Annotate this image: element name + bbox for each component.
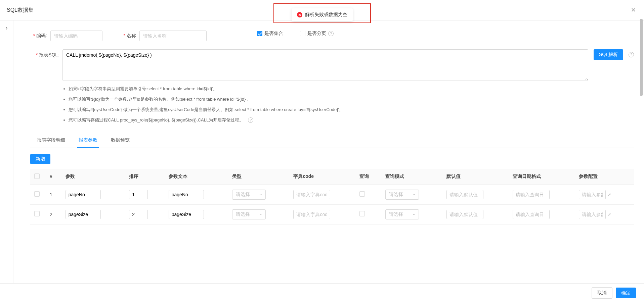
text-input[interactable]: [169, 210, 204, 219]
col-sort: 排序: [125, 169, 165, 185]
param-input[interactable]: [66, 190, 101, 199]
row-checkbox[interactable]: [34, 191, 40, 197]
sql-textarea[interactable]: CALL jmdemo( ${pageNo}, ${pageSize} ): [62, 49, 588, 81]
expand-icon[interactable]: ⤢: [608, 192, 611, 197]
row-index: 2: [46, 204, 61, 224]
help-icon[interactable]: ?: [248, 117, 253, 123]
add-button[interactable]: 新增: [30, 154, 50, 164]
cfg-input[interactable]: [579, 190, 606, 199]
table-row: 1 请选择 请选择 ⤢: [30, 185, 634, 204]
error-icon: [297, 12, 302, 17]
checkbox-checked-icon: [257, 31, 262, 36]
row-checkbox[interactable]: [34, 211, 40, 216]
ok-button[interactable]: 确定: [616, 288, 636, 298]
tab-preview[interactable]: 数据预览: [110, 133, 131, 148]
select-all-checkbox[interactable]: [34, 173, 40, 179]
col-default: 默认值: [442, 169, 509, 185]
sql-label: 报表SQL:: [30, 49, 59, 58]
name-input[interactable]: [139, 31, 207, 41]
default-input[interactable]: [446, 210, 483, 219]
checkbox-icon: [300, 31, 305, 36]
query-mode-select[interactable]: 请选择: [385, 190, 419, 200]
col-date-fmt: 查询日期格式: [509, 169, 575, 185]
name-label: 名称: [119, 33, 136, 39]
dialog-footer: 取消 确定: [0, 283, 644, 302]
default-input[interactable]: [446, 190, 483, 199]
hint-item: 您可以编写#{sysUserCode} 做为一个系统变量,这里sysUserCo…: [69, 107, 634, 113]
close-icon[interactable]: ✕: [630, 5, 637, 15]
dialog-title: SQL数据集: [7, 7, 34, 14]
col-cfg: 参数配置: [575, 169, 634, 185]
text-input[interactable]: [169, 190, 204, 199]
scrollbar[interactable]: [639, 19, 643, 283]
code-input[interactable]: [50, 31, 102, 41]
help-icon[interactable]: ?: [328, 31, 334, 36]
type-select[interactable]: 请选择: [232, 209, 266, 219]
main-content: 编码: 名称 是否集合 是否分页 ? 报表S: [13, 20, 644, 286]
chevron-right-icon: ›: [6, 24, 8, 32]
toast-message: 解析失败或数据为空: [305, 12, 347, 18]
col-param: 参数: [61, 169, 125, 185]
dict-input[interactable]: [293, 190, 330, 199]
sidebar-toggle[interactable]: ›: [0, 20, 13, 286]
query-checkbox[interactable]: [359, 191, 365, 197]
col-index: #: [46, 169, 61, 185]
hint-item: 您可以编写存储过程CALL proc_sys_role(${pageNo}, $…: [69, 117, 634, 123]
col-dict: 字典code: [289, 169, 355, 185]
col-text: 参数文本: [165, 169, 228, 185]
toast-highlight-box: 解析失败或数据为空: [273, 3, 371, 23]
query-mode-select[interactable]: 请选择: [385, 209, 419, 219]
sort-input[interactable]: [129, 210, 148, 219]
query-checkbox[interactable]: [359, 211, 365, 216]
error-toast: 解析失败或数据为空: [292, 8, 353, 21]
tabs: 报表字段明细 报表参数 数据预览: [30, 133, 634, 148]
code-label: 编码:: [30, 33, 47, 39]
cfg-input[interactable]: [579, 210, 606, 219]
param-input[interactable]: [66, 210, 101, 219]
cancel-button[interactable]: 取消: [592, 287, 612, 299]
is-paginate-checkbox[interactable]: 是否分页: [300, 31, 326, 37]
type-select[interactable]: 请选择: [232, 190, 266, 200]
help-icon[interactable]: ?: [629, 52, 634, 57]
scrollbar-thumb[interactable]: [640, 19, 643, 96]
col-type: 类型: [228, 169, 289, 185]
col-query-mode: 查询模式: [381, 169, 442, 185]
date-fmt-input[interactable]: [513, 190, 550, 199]
table-row: 2 请选择 请选择 ⤢: [30, 204, 634, 224]
date-fmt-input[interactable]: [513, 210, 550, 219]
is-collection-checkbox[interactable]: 是否集合: [257, 31, 283, 37]
params-table: # 参数 排序 参数文本 类型 字典code 查询 查询模式 默认值 查询日期格…: [30, 169, 634, 224]
expand-icon[interactable]: ⤢: [608, 212, 611, 217]
tab-fields[interactable]: 报表字段明细: [36, 133, 67, 148]
sort-input[interactable]: [129, 190, 148, 199]
tab-params[interactable]: 报表参数: [77, 133, 99, 148]
sql-parse-button[interactable]: SQL解析: [594, 49, 623, 60]
col-query: 查询: [355, 169, 381, 185]
hint-item: 如果id字段为字符串类型则需要加单引号:select * from table …: [69, 86, 634, 92]
row-index: 1: [46, 185, 61, 204]
sql-hints: 如果id字段为字符串类型则需要加单引号:select * from table …: [62, 86, 634, 123]
dict-input[interactable]: [293, 210, 330, 219]
hint-item: 您可以编写'${id}'做为一个参数,这里id是参数的名称。例如:select …: [69, 97, 634, 102]
